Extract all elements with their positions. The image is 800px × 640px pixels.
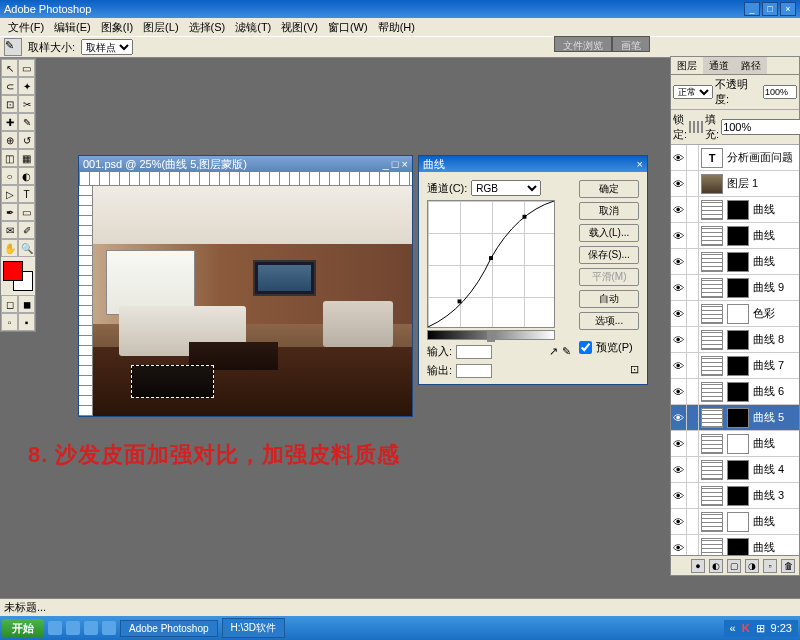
tab-channels[interactable]: 通道 [703,57,735,74]
crop-tool[interactable]: ⊡ [1,95,18,113]
lock-paint-icon[interactable] [693,121,695,133]
link-cell[interactable] [687,483,699,508]
foreground-color[interactable] [3,261,23,281]
heal-tool[interactable]: ✚ [1,113,18,131]
menu-edit[interactable]: 编辑(E) [50,18,95,37]
layer-row[interactable]: 👁曲线 9 [671,275,799,301]
visibility-icon[interactable]: 👁 [671,197,687,222]
close-button[interactable]: × [780,2,796,16]
lock-position-icon[interactable] [697,121,699,133]
quicklaunch-icon[interactable] [66,621,80,635]
layer-style-icon[interactable]: ● [691,559,705,573]
type-tool[interactable]: T [18,185,35,203]
options-button[interactable]: 选项... [579,312,639,330]
tray-icon[interactable]: ⊞ [756,622,765,635]
link-cell[interactable] [687,301,699,326]
layer-row[interactable]: 👁曲线 [671,223,799,249]
layer-row[interactable]: 👁色彩 [671,301,799,327]
canvas[interactable] [93,186,412,416]
blend-mode-select[interactable]: 正常 [673,85,713,99]
delete-layer-icon[interactable]: 🗑 [781,559,795,573]
pencil-mode-icon[interactable]: ✎ [562,345,571,358]
tab-file-browser[interactable]: 文件浏览 [554,36,612,52]
link-cell[interactable] [687,509,699,534]
link-cell[interactable] [687,249,699,274]
visibility-icon[interactable]: 👁 [671,405,687,430]
visibility-icon[interactable]: 👁 [671,353,687,378]
link-cell[interactable] [687,275,699,300]
opacity-field[interactable] [763,85,797,99]
eyedropper-tool[interactable]: ✐ [18,221,35,239]
visibility-icon[interactable]: 👁 [671,145,687,170]
ok-button[interactable]: 确定 [579,180,639,198]
layer-row[interactable]: 👁曲线 7 [671,353,799,379]
cancel-button[interactable]: 取消 [579,202,639,220]
visibility-icon[interactable]: 👁 [671,223,687,248]
path-tool[interactable]: ▷ [1,185,18,203]
layer-row[interactable]: 👁曲线 [671,509,799,535]
move-tool[interactable]: ↖ [1,59,18,77]
document-titlebar[interactable]: 001.psd @ 25%(曲线 5,图层蒙版) _ □ × [79,156,412,172]
link-cell[interactable] [687,431,699,456]
load-button[interactable]: 载入(L)... [579,224,639,242]
zoom-tool[interactable]: 🔍 [18,239,35,257]
tab-layers[interactable]: 图层 [671,57,703,74]
link-cell[interactable] [687,457,699,482]
tray-icon[interactable]: « [730,622,736,634]
adjustment-layer-icon[interactable]: ◑ [745,559,759,573]
fill-field[interactable] [721,119,800,135]
link-cell[interactable] [687,535,699,555]
layer-row[interactable]: 👁曲线 6 [671,379,799,405]
screen-standard[interactable]: ▫ [1,313,18,331]
layer-row[interactable]: 👁图层 1 [671,171,799,197]
curve-mode-icon[interactable]: ↗ [549,345,558,358]
eyedropper-icon[interactable]: ✎ [4,38,22,56]
quicklaunch-icon[interactable] [102,621,116,635]
menu-file[interactable]: 文件(F) [4,18,48,37]
tray-icon[interactable]: K [742,622,750,634]
quicklaunch-icon[interactable] [84,621,98,635]
menu-layer[interactable]: 图层(L) [139,18,182,37]
menu-select[interactable]: 选择(S) [185,18,230,37]
layer-row[interactable]: 👁曲线 8 [671,327,799,353]
visibility-icon[interactable]: 👁 [671,171,687,196]
visibility-icon[interactable]: 👁 [671,301,687,326]
layer-row[interactable]: 👁曲线 [671,249,799,275]
preview-checkbox[interactable] [579,341,592,354]
channel-select[interactable]: RGB [471,180,541,196]
layer-group-icon[interactable]: ▢ [727,559,741,573]
minimize-button[interactable]: _ [744,2,760,16]
layer-row[interactable]: 👁曲线 [671,431,799,457]
curves-titlebar[interactable]: 曲线 × [419,156,647,172]
hand-tool[interactable]: ✋ [1,239,18,257]
dodge-tool[interactable]: ◐ [18,167,35,185]
wand-tool[interactable]: ✦ [18,77,35,95]
screen-full[interactable]: ▪ [18,313,35,331]
layer-row[interactable]: 👁曲线 5 [671,405,799,431]
save-button[interactable]: 保存(S)... [579,246,639,264]
layer-row[interactable]: 👁曲线 [671,535,799,555]
history-brush-tool[interactable]: ↺ [18,131,35,149]
lock-all-icon[interactable] [701,121,703,133]
maximize-button[interactable]: □ [762,2,778,16]
eraser-tool[interactable]: ◫ [1,149,18,167]
document-window-buttons[interactable]: _ □ × [383,158,408,170]
expand-icon[interactable]: ⊡ [579,363,639,376]
visibility-icon[interactable]: 👁 [671,535,687,555]
slice-tool[interactable]: ✂ [18,95,35,113]
quickmask-off[interactable]: ◻ [1,295,18,313]
layer-row[interactable]: 👁曲线 [671,197,799,223]
stamp-tool[interactable]: ⊕ [1,131,18,149]
shape-tool[interactable]: ▭ [18,203,35,221]
layer-row[interactable]: 👁曲线 4 [671,457,799,483]
notes-tool[interactable]: ✉ [1,221,18,239]
menu-window[interactable]: 窗口(W) [324,18,372,37]
blur-tool[interactable]: ○ [1,167,18,185]
gradient-tool[interactable]: ▦ [18,149,35,167]
quickmask-on[interactable]: ◼ [18,295,35,313]
visibility-icon[interactable]: 👁 [671,275,687,300]
start-button[interactable]: 开始 [2,619,44,638]
layer-row[interactable]: 👁T分析画面问题 [671,145,799,171]
quicklaunch-icon[interactable] [48,621,62,635]
visibility-icon[interactable]: 👁 [671,431,687,456]
